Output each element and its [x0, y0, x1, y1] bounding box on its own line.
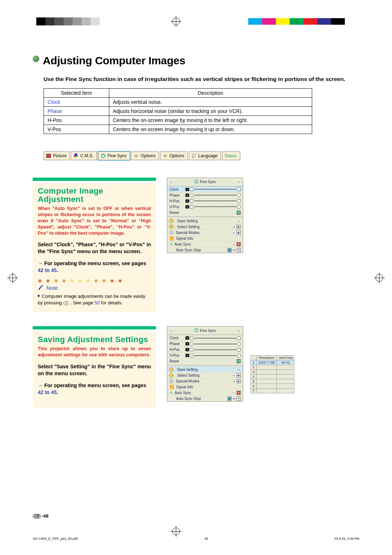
svg-point-12: [74, 153, 77, 156]
osd-row-autosync[interactable]: ⟲Auto Sync→✕: [167, 241, 243, 247]
section1-title: Computer Image Adjustment: [38, 187, 151, 203]
title-decor-icon: [33, 56, 39, 62]
osd-title: Fine Sync: [200, 329, 216, 333]
osd-row-autosyncdisp[interactable]: Auto Sync Disp■ ⇨⟲: [167, 396, 243, 401]
page-number: GB-48: [33, 513, 49, 519]
tab-options-1[interactable]: Options: [131, 151, 159, 160]
osd-row-vpos[interactable]: V-Pos0: [167, 352, 243, 358]
menu-tabs: Picture C.M.S. Fine Sync Options Options…: [44, 151, 359, 160]
osd-menu-1: ← Fine Sync → Clock0 Phase0 H-Pos0 V-Pos…: [167, 178, 243, 253]
osd-forward-icon[interactable]: →: [237, 329, 241, 333]
finesync-icon: [101, 153, 106, 158]
tab-picture[interactable]: Picture: [44, 151, 70, 160]
th-item: Selected Item: [44, 88, 109, 97]
finesync-icon: [194, 328, 199, 333]
note-body: Computer image adjustments can be made e…: [38, 293, 151, 306]
osd-row-special[interactable]: SSpecial Modes→■: [167, 230, 243, 235]
row-phase-desc: Adjusts horizontal noise (similar to tra…: [109, 106, 312, 116]
register-crosshair-bottom: [171, 526, 181, 537]
osd-row-reset[interactable]: Reset⟲: [167, 358, 243, 364]
osd-menu-2: ← Fine Sync → Clock0 Phase0 H-Pos0 V-Pos…: [167, 326, 243, 402]
row-clock-item: Clock: [44, 97, 109, 106]
osd-row-hpos[interactable]: H-Pos0: [167, 198, 243, 204]
osd-row-autosync[interactable]: ⟲Auto Sync→✕: [167, 390, 243, 396]
section2-title: Saving Adjustment Settings: [38, 335, 151, 344]
osd-back-icon[interactable]: ←: [170, 180, 173, 184]
tab-options-2[interactable]: Options: [160, 151, 188, 160]
osd-row-signal[interactable]: 📶Signal Info: [167, 235, 243, 241]
row-vpos-desc: Centers the on-screen image by moving it…: [109, 125, 312, 134]
osd-row-phase[interactable]: Phase0: [167, 192, 243, 198]
circle-icon: S: [170, 379, 173, 383]
section-divider: [33, 326, 156, 329]
circle-icon: S: [170, 231, 173, 235]
section2-crossref: → For operating the menu screen, see pag…: [38, 382, 151, 396]
picture-icon: [46, 153, 51, 158]
osd-back-icon[interactable]: ←: [170, 329, 173, 333]
language-icon: [191, 153, 196, 158]
osd-title: Fine Sync: [200, 180, 216, 184]
osd-row-phase[interactable]: Phase0: [167, 341, 243, 347]
diamond-icon: [169, 218, 174, 223]
cms-icon: [73, 153, 78, 158]
sync-icon: ⟲: [170, 391, 172, 395]
tab-status[interactable]: Status: [222, 151, 240, 160]
svg-rect-9: [46, 154, 51, 158]
tab-fine-sync[interactable]: Fine Sync: [98, 151, 130, 160]
svg-point-17: [195, 180, 198, 183]
tab-cms[interactable]: C.M.S.: [71, 151, 97, 160]
osd-forward-icon[interactable]: →: [237, 180, 241, 184]
osd-row-hpos[interactable]: H-Pos0: [167, 347, 243, 352]
osd-row-special[interactable]: SSpecial Modes→■: [167, 378, 243, 384]
register-crosshair-left: [7, 272, 18, 283]
page-footer: GB-48: [33, 513, 359, 519]
page-title: Adjusting Computer Images: [33, 54, 359, 67]
svg-marker-15: [163, 154, 167, 158]
row-vpos-item: V-Pos: [44, 125, 109, 134]
page-title-text: Adjusting Computer Images: [43, 54, 185, 66]
page-link-42-45[interactable]: 42 to 45: [38, 267, 57, 273]
osd-row-clock[interactable]: Clock0: [167, 186, 243, 192]
section-divider: [33, 178, 156, 181]
section2-red-text: This projector allows you to store up to…: [38, 346, 151, 358]
osd-row-signal[interactable]: 📶Signal Info: [167, 384, 243, 390]
tab-language[interactable]: Language: [189, 151, 221, 160]
bullet-icon: [38, 295, 40, 297]
source-timestamp: 03.8.28, 2:09 PM: [334, 537, 359, 540]
note-icon: [38, 284, 44, 292]
signal-icon: 📶: [170, 385, 174, 389]
options-icon: [134, 153, 139, 158]
register-crosshair-right: [374, 272, 385, 283]
print-metadata: XG-C60X_E_PDF_p42_50.p65 48 03.8.28, 2:0…: [33, 537, 359, 540]
section-computer-image-adjustment: Computer Image Adjustment When "Auto Syn…: [33, 183, 156, 312]
row-phase-item: Phase: [44, 106, 109, 116]
osd-row-vpos[interactable]: V-Pos0: [167, 204, 243, 210]
osd-row-reset[interactable]: Reset⟲: [167, 210, 243, 215]
intro-text: Use the Fine Sync function in case of ir…: [44, 76, 359, 83]
auto-sync-button-icon: ⟲: [63, 301, 69, 305]
section1-instruction: Select "Clock", "Phase", "H-Pos" or "V-P…: [38, 241, 151, 255]
finesync-icon: [194, 179, 199, 185]
section1-crossref: → For operating the menu screen, see pag…: [38, 260, 151, 274]
row-hpos-item: H-Pos: [44, 116, 109, 125]
osd-row-select[interactable]: Select Setting→■: [167, 372, 243, 378]
register-crosshair-top: [171, 16, 181, 27]
osd-row-select[interactable]: Select Setting→■: [167, 224, 243, 230]
source-filename: XG-C60X_E_PDF_p42_50.p65: [33, 537, 78, 540]
osd-row-autosyncdisp[interactable]: Auto Sync Disp■ ⇨⟲: [167, 247, 243, 253]
printer-registration-bars: [0, 17, 392, 28]
dotted-separator: ●●●●●●●●●●●: [38, 279, 151, 282]
options-icon: [163, 153, 168, 158]
section2-instruction: Select "Save Setting" in the "Fine Sync"…: [38, 363, 151, 377]
source-filepage: 48: [204, 537, 208, 540]
settings-table: Selected Item Description ClockAdjusts v…: [44, 88, 312, 134]
osd-row-clock[interactable]: Clock0: [167, 335, 243, 341]
signal-icon: 📶: [170, 236, 174, 240]
osd-row-save[interactable]: Save Setting→: [167, 366, 243, 372]
osd-row-save[interactable]: Save Setting→: [167, 218, 243, 224]
svg-point-18: [195, 329, 198, 332]
svg-marker-14: [134, 154, 138, 158]
page-link-42-45-b[interactable]: 42 to 45: [38, 389, 57, 395]
page-link-50[interactable]: 50: [94, 300, 99, 305]
diamond-icon: [169, 373, 174, 378]
